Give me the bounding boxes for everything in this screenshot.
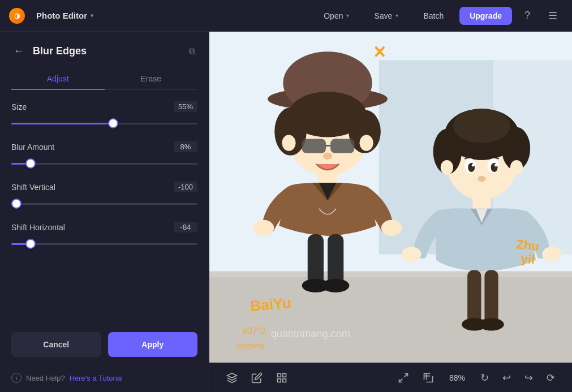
svg-point-17 (360, 135, 373, 151)
batch-button[interactable]: Batch (414, 7, 453, 24)
canvas-image: BaiYu #07*2 angsha (209, 32, 572, 363)
blur-amount-slider[interactable] (11, 163, 197, 165)
blur-amount-label-row: Blur Amount 8% (11, 141, 197, 152)
help-circle-button[interactable]: ? (519, 6, 536, 25)
grid-button[interactable] (270, 369, 293, 387)
size-label-row: Size 55% (11, 101, 197, 112)
svg-rect-12 (302, 139, 326, 153)
svg-point-15 (323, 153, 332, 160)
save-button[interactable]: Save ▾ (365, 7, 407, 24)
blur-amount-label: Blur Amount (11, 143, 54, 152)
zoom-level: 88% (442, 370, 472, 386)
svg-point-37 (472, 163, 475, 166)
sidebar-panel: ← Blur Edges ⧉ Adjust Erase Size 55% (0, 32, 209, 392)
bottom-toolbar: 88% ↻ ↩ ↪ ⟳ (209, 363, 572, 392)
canvas-area: BaiYu #07*2 angsha (209, 32, 572, 392)
svg-text:yil: yil (521, 252, 536, 267)
menu-button[interactable]: ☰ (543, 6, 563, 25)
shift-vertical-slider[interactable] (11, 203, 197, 205)
shift-vertical-control: Shift Vertical -100 (11, 182, 197, 209)
controls-area: Size 55% Blur Amount 8% (0, 101, 209, 318)
shift-horizontal-slider[interactable] (11, 243, 197, 245)
action-buttons-row: Cancel Apply (0, 323, 209, 366)
panel-header: ← Blur Edges ⧉ (0, 32, 209, 68)
app-title-chevron: ▾ (91, 12, 93, 19)
size-label: Size (11, 102, 27, 111)
shift-horizontal-label-row: Shift Horizontal -84 (11, 222, 197, 232)
svg-point-43 (402, 247, 421, 261)
edit-button[interactable] (246, 369, 268, 387)
help-row: i Need Help? Here's a Tutorial (0, 366, 209, 392)
undo-button[interactable]: ↩ (497, 368, 517, 387)
svg-point-44 (542, 247, 561, 261)
main-content: ← Blur Edges ⧉ Adjust Erase Size 55% (0, 32, 572, 392)
size-slider[interactable] (11, 123, 197, 124)
shift-vertical-slider-container[interactable] (11, 198, 197, 209)
apply-button[interactable]: Apply (108, 332, 198, 357)
shift-horizontal-control: Shift Horizontal -84 (11, 222, 197, 249)
svg-rect-45 (467, 270, 481, 325)
app-logo: ◑ (9, 8, 25, 24)
svg-text:#07*2: #07*2 (242, 326, 266, 336)
svg-rect-22 (328, 234, 343, 286)
svg-point-39 (478, 176, 485, 182)
shift-vertical-value: -100 (174, 182, 197, 192)
svg-point-24 (322, 279, 349, 292)
shift-vertical-label: Shift Vertical (11, 183, 55, 192)
svg-point-41 (510, 160, 523, 175)
svg-rect-56 (278, 378, 281, 382)
cancel-button[interactable]: Cancel (11, 332, 101, 357)
shift-vertical-label-row: Shift Vertical -100 (11, 182, 197, 192)
blur-amount-slider-container[interactable] (11, 158, 197, 169)
history-button[interactable]: ⟳ (541, 368, 561, 387)
app-title-button[interactable]: Photo Editor ▾ (32, 7, 98, 24)
svg-text:angsha: angsha (236, 341, 265, 350)
back-button[interactable]: ← (11, 43, 26, 59)
upgrade-button[interactable]: Upgrade (459, 7, 512, 25)
svg-point-48 (479, 318, 504, 330)
svg-text:BaiYu: BaiYu (250, 294, 292, 315)
tutorial-link[interactable]: Here's a Tutorial (70, 374, 123, 382)
svg-line-57 (405, 373, 408, 377)
svg-marker-52 (227, 373, 237, 377)
svg-rect-21 (308, 234, 324, 286)
crop-button[interactable] (417, 369, 440, 387)
svg-point-38 (494, 163, 497, 166)
canvas-svg: BaiYu #07*2 angsha (209, 32, 572, 363)
copy-panel-button[interactable]: ⧉ (187, 44, 197, 59)
svg-rect-53 (278, 373, 281, 377)
shift-horizontal-slider-container[interactable] (11, 238, 197, 249)
fit-frame-button[interactable] (392, 369, 415, 387)
svg-rect-13 (330, 139, 354, 153)
redo-button[interactable]: ↪ (519, 368, 539, 387)
app-title-text: Photo Editor (36, 11, 87, 20)
layers-button[interactable] (221, 369, 243, 387)
tab-erase[interactable]: Erase (105, 68, 198, 90)
rotate-cw-button[interactable]: ↻ (475, 368, 494, 387)
size-value: 55% (174, 101, 197, 112)
tab-adjust[interactable]: Adjust (11, 68, 105, 90)
blur-amount-control: Blur Amount 8% (11, 141, 197, 169)
svg-rect-46 (484, 270, 498, 325)
shift-horizontal-label: Shift Horizontal (11, 223, 65, 232)
svg-rect-54 (283, 373, 286, 377)
shift-horizontal-value: -84 (174, 222, 197, 232)
svg-rect-55 (283, 378, 286, 382)
svg-rect-42 (472, 197, 491, 210)
size-slider-container[interactable] (11, 118, 197, 129)
blur-amount-value: 8% (174, 141, 197, 152)
help-text: Need Help? (26, 374, 65, 382)
panel-title: Blur Edges (33, 45, 180, 57)
info-icon: i (11, 373, 21, 383)
svg-point-40 (441, 160, 453, 175)
svg-text:Zhu: Zhu (515, 237, 540, 253)
svg-text:quantrimang.com: quantrimang.com (271, 328, 350, 339)
top-bar: ◑ Photo Editor ▾ Open ▾ Save ▾ Batch Upg… (0, 0, 572, 32)
svg-point-32 (453, 109, 510, 143)
size-control: Size 55% (11, 101, 197, 129)
open-button[interactable]: Open ▾ (315, 7, 358, 24)
svg-line-58 (399, 378, 403, 382)
tabs-container: Adjust Erase (11, 68, 197, 90)
svg-point-20 (381, 220, 402, 236)
svg-point-16 (282, 135, 295, 151)
